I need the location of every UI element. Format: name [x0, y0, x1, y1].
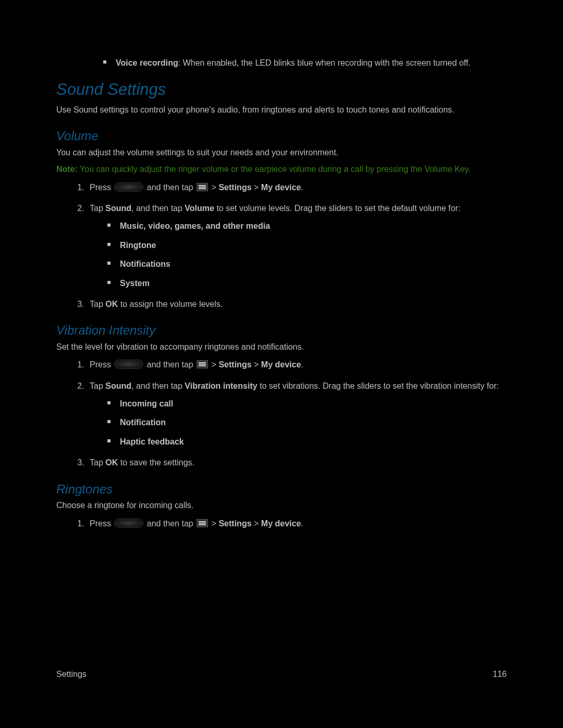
vs2-volume: Volume: [185, 204, 214, 213]
vib3b: to save the settings.: [118, 458, 194, 467]
voice-recording-item: Voice recording: When enabled, the LED b…: [103, 57, 507, 69]
period-3: .: [301, 519, 303, 528]
my-device-label-2: My device: [261, 360, 301, 369]
vibration-bullet-incoming: Incoming call: [107, 398, 507, 410]
volume-note: Note: You can quickly adjust the ringer …: [56, 164, 507, 175]
settings-label: Settings: [218, 183, 251, 192]
vibration-bullet-notification: Notification: [107, 417, 507, 428]
menu-icon: [197, 360, 208, 368]
my-device-label: My device: [261, 183, 301, 192]
voice-recording-label: Voice recording: [116, 58, 178, 67]
vs3b: to assign the volume levels.: [118, 300, 223, 309]
volume-step-2: Tap Sound, and then tap Volume to set vo…: [87, 203, 507, 289]
period: .: [301, 183, 303, 192]
home-button-icon: [114, 182, 143, 192]
note-text: You can quickly adjust the ringer volume…: [78, 165, 471, 174]
and-then-tap-2: and then tap: [144, 360, 195, 369]
intro-bullet-list: Voice recording: When enabled, the LED b…: [56, 57, 507, 69]
vib2-vi: Vibration intensity: [185, 381, 257, 390]
volume-bullet-ringtone: Ringtone: [107, 240, 507, 251]
voice-recording-text: : When enabled, the LED blinks blue when…: [178, 58, 471, 67]
my-device-label-3: My device: [261, 519, 301, 528]
volume-bullet-system: System: [107, 278, 507, 289]
gt4: >: [252, 360, 261, 369]
vibration-steps: Press and then tap > Settings > My devic…: [56, 359, 507, 468]
vs2c: to set volume levels. Drag the sliders t…: [214, 204, 460, 213]
and-then-tap-3: and then tap: [144, 519, 195, 528]
gt1: >: [209, 183, 218, 192]
vib2-sound: Sound: [105, 381, 131, 390]
gt5: >: [209, 519, 218, 528]
heading-ringtones: Ringtones: [56, 480, 507, 498]
volume-bullet-list: Music, video, games, and other media Rin…: [90, 220, 507, 289]
vs2b: , and then tap: [131, 204, 185, 213]
heading-volume: Volume: [56, 127, 507, 145]
vs2-sound: Sound: [105, 204, 131, 213]
and-then-tap: and then tap: [144, 183, 195, 192]
vib2b: , and then tap: [131, 381, 185, 390]
menu-icon: [197, 183, 208, 191]
vib3a: Tap: [90, 458, 105, 467]
gt2: >: [252, 183, 261, 192]
volume-bullet-media: Music, video, games, and other media: [107, 220, 507, 232]
volume-steps: Press and then tap > Settings > My devic…: [56, 182, 507, 311]
note-label: Note:: [56, 165, 78, 174]
gt3: >: [209, 360, 218, 369]
gt6: >: [252, 519, 261, 528]
press-text-2: Press: [90, 360, 113, 369]
volume-intro: You can adjust the volume settings to su…: [56, 147, 507, 158]
ringtones-steps: Press and then tap > Settings > My devic…: [56, 518, 507, 529]
vibration-step-3: Tap OK to save the settings.: [87, 457, 507, 468]
volume-bullet-notifications: Notifications: [107, 258, 507, 270]
vib2c: to set vibrations. Drag the sliders to s…: [258, 381, 499, 390]
home-button-icon: [114, 360, 143, 369]
vibration-bullet-haptic: Haptic feedback: [107, 436, 507, 448]
vs2a: Tap: [90, 204, 105, 213]
vib3-ok: OK: [105, 458, 118, 467]
vib2a: Tap: [90, 381, 105, 390]
press-text: Press: [90, 183, 113, 192]
settings-label-2: Settings: [218, 360, 251, 369]
vibration-step-1: Press and then tap > Settings > My devic…: [87, 359, 507, 371]
sound-settings-intro: Use Sound settings to control your phone…: [56, 104, 507, 116]
footer-section: Settings: [56, 669, 87, 680]
menu-icon: [197, 519, 208, 527]
vibration-bullet-list: Incoming call Notification Haptic feedba…: [90, 398, 507, 448]
ringtones-step-1: Press and then tap > Settings > My devic…: [87, 518, 507, 529]
footer-page-number: 116: [493, 669, 507, 680]
vs3-ok: OK: [105, 300, 118, 309]
volume-step-1: Press and then tap > Settings > My devic…: [87, 182, 507, 193]
period-2: .: [301, 360, 303, 369]
vibration-intro: Set the level for vibration to accompany…: [56, 341, 507, 353]
home-button-icon: [114, 519, 143, 528]
heading-vibration-intensity: Vibration Intensity: [56, 322, 507, 339]
vibration-step-2: Tap Sound, and then tap Vibration intens…: [87, 380, 507, 448]
press-text-3: Press: [90, 519, 113, 528]
vs3a: Tap: [90, 300, 105, 309]
settings-label-3: Settings: [218, 519, 251, 528]
volume-step-3: Tap OK to assign the volume levels.: [87, 299, 507, 310]
ringtones-intro: Choose a ringtone for incoming calls.: [56, 500, 507, 511]
page-footer: Settings 116: [56, 669, 507, 680]
heading-sound-settings: Sound Settings: [56, 78, 507, 101]
document-page: Voice recording: When enabled, the LED b…: [0, 0, 563, 728]
